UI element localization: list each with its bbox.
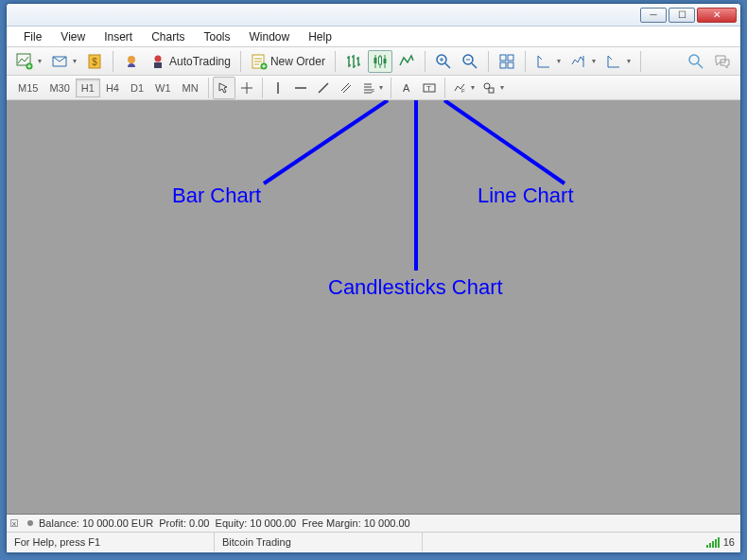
separator <box>425 51 426 72</box>
search-button[interactable] <box>684 50 708 73</box>
separator <box>525 51 526 72</box>
minimize-button[interactable]: ─ <box>640 8 667 23</box>
autotrading-button[interactable]: AutoTrading <box>146 50 235 73</box>
more-objects-button[interactable] <box>478 77 508 99</box>
timeframe-h1[interactable]: H1 <box>76 79 100 97</box>
profiles-icon <box>51 53 68 70</box>
profit-value: 0.00 <box>189 517 209 529</box>
menu-window[interactable]: Window <box>242 28 298 45</box>
profit-label: Profit: <box>159 517 186 529</box>
svg-rect-6 <box>154 62 162 68</box>
zoom-in-button[interactable] <box>431 50 456 73</box>
new-chart-button[interactable] <box>12 50 45 73</box>
crosshair-button[interactable] <box>235 77 258 99</box>
equity-value: 10 000.00 <box>250 517 296 529</box>
titlebar: ─ ☐ ✕ <box>7 4 740 26</box>
search-icon <box>687 53 704 70</box>
separator <box>240 51 241 72</box>
text-icon: A <box>400 81 413 95</box>
freemargin-value: 10 000.00 <box>364 517 410 529</box>
text-button[interactable]: A <box>395 77 418 99</box>
timeframe-toolbar: M15 M30 H1 H4 D1 W1 MN F A <box>7 76 740 100</box>
shift-button[interactable] <box>531 50 565 73</box>
separator <box>488 51 489 72</box>
trendline-button[interactable] <box>312 77 335 99</box>
equity-label: Equity: <box>216 517 248 529</box>
indicators-button[interactable] <box>601 50 634 73</box>
candlestick-chart-button[interactable] <box>368 50 392 73</box>
timeframe-m15[interactable]: M15 <box>12 79 43 97</box>
timeframe-d1[interactable]: D1 <box>125 79 149 97</box>
menu-file[interactable]: File <box>16 28 49 45</box>
close-button[interactable]: ✕ <box>697 8 737 23</box>
objects-button[interactable]: F <box>449 77 478 99</box>
svg-rect-9 <box>374 58 376 63</box>
svg-rect-11 <box>383 59 386 63</box>
balance-label: Balance: <box>39 517 79 529</box>
separator <box>113 51 113 72</box>
chat-button[interactable] <box>710 50 735 73</box>
zoom-out-icon <box>461 53 478 70</box>
svg-rect-17 <box>508 62 513 68</box>
separator <box>262 78 263 98</box>
status-bullet-icon <box>27 520 33 526</box>
svg-text:F: F <box>372 88 374 94</box>
terminal-statusbar: × Balance: 10 000.00 EUR Profit: 0.00 Eq… <box>7 515 740 533</box>
fibo-icon: F <box>361 81 374 95</box>
timeframe-mn[interactable]: MN <box>177 79 204 97</box>
separator <box>391 78 391 98</box>
auto-scroll-button[interactable] <box>566 50 599 73</box>
fibonacci-button[interactable]: F <box>357 77 387 99</box>
menu-tools[interactable]: Tools <box>197 28 238 45</box>
autotrading-icon <box>149 53 166 70</box>
equidistant-button[interactable] <box>335 77 357 99</box>
separator <box>444 78 445 98</box>
maximize-button[interactable]: ☐ <box>669 8 695 23</box>
new-order-label: New Order <box>270 55 325 68</box>
arrange-windows-button[interactable] <box>495 50 519 73</box>
menu-insert[interactable]: Insert <box>96 28 140 45</box>
menu-help[interactable]: Help <box>301 28 339 45</box>
connection-value: 16 <box>723 536 740 548</box>
crosshair-icon <box>240 81 253 95</box>
timeframe-m30[interactable]: M30 <box>43 79 75 97</box>
separator <box>640 51 641 72</box>
new-order-button[interactable]: New Order <box>247 50 329 73</box>
line-chart-button[interactable] <box>394 50 419 73</box>
separator <box>335 51 336 72</box>
market-watch-button[interactable]: $ <box>82 50 107 73</box>
vertical-line-button[interactable] <box>267 77 289 99</box>
horizontal-line-button[interactable] <box>289 77 312 99</box>
cursor-button[interactable] <box>213 77 235 99</box>
dollar-icon: $ <box>86 53 103 70</box>
svg-point-18 <box>689 55 699 64</box>
line-chart-icon <box>398 53 415 70</box>
timeframe-w1[interactable]: W1 <box>149 79 177 97</box>
svg-point-4 <box>128 56 135 63</box>
zoom-out-button[interactable] <box>458 50 482 73</box>
bar-chart-button[interactable] <box>341 50 366 73</box>
auto-scroll-icon <box>570 53 587 70</box>
menu-charts[interactable]: Charts <box>144 28 192 45</box>
bar-chart-icon <box>345 53 362 70</box>
svg-rect-15 <box>508 55 513 61</box>
timeframe-h4[interactable]: H4 <box>100 79 125 97</box>
svg-line-26 <box>264 100 388 184</box>
profiles-button[interactable] <box>47 50 80 73</box>
status-help: For Help, press F1 <box>7 533 215 551</box>
svg-text:$: $ <box>92 57 97 67</box>
svg-rect-10 <box>378 57 381 64</box>
chat-icon <box>714 53 731 70</box>
freemargin-label: Free Margin: <box>302 517 360 529</box>
separator <box>208 78 209 98</box>
terminal-close-button[interactable]: × <box>10 519 18 527</box>
chart-plus-icon <box>16 53 33 70</box>
svg-text:F: F <box>461 88 465 94</box>
shift-icon <box>535 53 552 70</box>
candlestick-icon <box>372 53 389 70</box>
hline-icon <box>294 81 307 95</box>
label-icon: T <box>423 81 436 95</box>
menu-view[interactable]: View <box>53 28 93 45</box>
text-label-button[interactable]: T <box>418 77 441 99</box>
expert-advisors-button[interactable] <box>119 50 144 73</box>
